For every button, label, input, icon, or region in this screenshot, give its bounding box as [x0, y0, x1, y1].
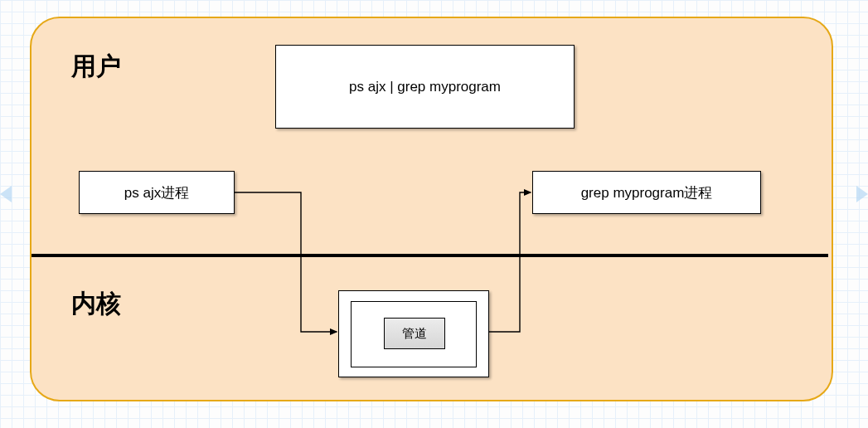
pipe-buffer-outer: 管道	[338, 290, 489, 377]
diagram-canvas: 用户 内核 ps ajx | grep myprogram ps ajx进程 g…	[0, 0, 868, 428]
user-space-label: 用户	[71, 50, 121, 84]
pipe-buffer-mid: 管道	[351, 301, 477, 367]
command-box: ps ajx | grep myprogram	[275, 45, 575, 129]
pipe-label-box: 管道	[384, 318, 445, 349]
ps-process-box: ps ajx进程	[79, 171, 235, 214]
grep-process-box: grep myprogram进程	[532, 171, 761, 214]
ps-process-label: ps ajx进程	[124, 183, 189, 202]
command-text: ps ajx | grep myprogram	[349, 79, 501, 95]
canvas-edge-arrow-left-icon	[0, 186, 12, 202]
user-kernel-divider	[32, 254, 828, 257]
canvas-edge-arrow-right-icon	[856, 186, 868, 202]
pipe-label: 管道	[402, 326, 427, 342]
kernel-space-label: 内核	[71, 287, 121, 321]
grep-process-label: grep myprogram进程	[581, 183, 713, 202]
